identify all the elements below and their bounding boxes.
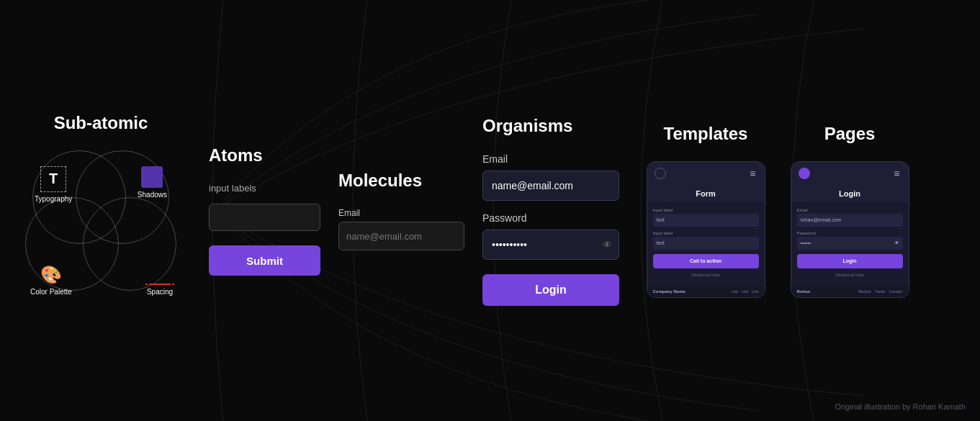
template-link-3[interactable]: Link (752, 289, 758, 294)
venn-item-shadows: Shadows (138, 166, 167, 199)
template-footer-links: Link Link Link (732, 289, 759, 294)
spacing-icon (145, 284, 174, 285)
org-password-wrapper: 👁 (482, 230, 619, 260)
pages-footer-name: Rohan (797, 289, 811, 294)
template-field2-value: text (657, 240, 665, 245)
template-company-name: Company Name (653, 289, 685, 294)
pages-password-value: •••••• (801, 240, 812, 245)
molecules-title: Molecules (338, 171, 422, 191)
template-card: ≡ Form Input label text Input label text… (647, 161, 765, 298)
pages-password-field: •••••• 👁 (797, 237, 903, 250)
pages-card-title: Login (791, 185, 909, 202)
pages-email-label: Email (797, 208, 903, 212)
pages-additional-links: Additional links (797, 273, 903, 277)
molecule-email-input[interactable] (338, 222, 464, 250)
pages-header: ≡ (791, 162, 909, 185)
pages-eye-icon: 👁 (894, 240, 899, 245)
pages-email-field: rohan@email.com (797, 214, 903, 227)
spacing-label: Spacing (147, 288, 173, 296)
org-email-input[interactable] (482, 171, 619, 201)
org-email-label: Email (482, 153, 619, 165)
pages-header-circle (799, 168, 810, 179)
org-login-button[interactable]: Login (482, 274, 619, 306)
template-link-2[interactable]: Link (742, 289, 748, 294)
pages-link-linkedin[interactable]: LinkedIn (889, 289, 903, 294)
template-additional-links: Additional links (653, 273, 759, 277)
template-footer: Company Name Link Link Link (647, 286, 765, 297)
venn-circle-br (83, 197, 176, 291)
section-atoms: Atoms input labels Submit (202, 131, 331, 290)
password-toggle-icon[interactable]: 👁 (602, 239, 612, 250)
atoms-title: Atoms (209, 145, 263, 166)
pages-title: Pages (824, 124, 876, 144)
template-field2-label: Input label (653, 231, 759, 235)
template-field1-input: text (653, 214, 759, 227)
pages-email-group: Email rohan@email.com (797, 208, 903, 227)
venn-diagram: T Typography Shadows 🎨 Color Palette (22, 150, 180, 309)
section-molecules: Molecules Email (331, 156, 475, 265)
atom-submit-button[interactable]: Submit (209, 245, 320, 276)
atom-text-input[interactable] (209, 204, 320, 231)
subatomic-title: Sub-atomic (54, 113, 148, 133)
typography-icon: T (40, 166, 66, 192)
pages-password-group: Password •••••• 👁 (797, 231, 903, 250)
pages-footer-links: Medium Twitter LinkedIn (858, 289, 902, 294)
org-password-label: Password (482, 212, 619, 224)
template-field2-group: Input label text (653, 231, 759, 250)
pages-email-value: rohan@email.com (801, 217, 842, 222)
pages-footer: Rohan Medium Twitter LinkedIn (791, 286, 909, 297)
organism-login-form: Email Password 👁 Login (482, 153, 619, 306)
pages-link-twitter[interactable]: Twitter (875, 289, 886, 294)
org-password-input[interactable] (482, 230, 619, 260)
atoms-input-label: input labels (209, 183, 256, 194)
template-menu-icon[interactable]: ≡ (750, 168, 757, 179)
section-organisms: Organisms Email Password 👁 Login (475, 101, 634, 320)
shadows-icon (141, 166, 163, 188)
pages-link-medium[interactable]: Medium (858, 289, 871, 294)
template-field1-label: Input label (653, 208, 759, 212)
template-field1-group: Input label text (653, 208, 759, 227)
template-header: ≡ (647, 162, 765, 185)
typography-label: Typography (35, 195, 72, 203)
venn-item-spacing: Spacing (145, 284, 174, 296)
templates-title: Templates (664, 124, 748, 144)
venn-item-typography: T Typography (35, 166, 72, 203)
palette-icon: 🎨 (40, 265, 62, 285)
palette-label: Color Palette (30, 288, 72, 296)
pages-cta-button[interactable]: Login (797, 254, 903, 268)
molecule-email-label: Email (338, 208, 464, 218)
pages-card-body: Email rohan@email.com Password •••••• 👁 … (791, 202, 909, 286)
pages-password-label: Password (797, 231, 903, 235)
template-field1-value: text (657, 217, 665, 222)
section-subatomic: Sub-atomic T Typography Shadows 🎨 Color … (0, 99, 202, 323)
organisms-title: Organisms (482, 116, 572, 136)
section-pages: Pages ≡ Login Email rohan@email.com Pass… (778, 109, 922, 312)
molecule-email-group: Email (338, 208, 464, 250)
section-templates: Templates ≡ Form Input label text Input … (634, 109, 778, 312)
template-cta-button[interactable]: Call to action (653, 254, 759, 268)
template-field2-input: text (653, 237, 759, 250)
venn-item-palette: 🎨 Color Palette (30, 265, 72, 296)
template-link-1[interactable]: Link (732, 289, 738, 294)
template-card-body: Input label text Input label text Call t… (647, 202, 765, 286)
template-card-title: Form (647, 185, 765, 202)
footer-credit: Original illustration by Rohan Kamath (835, 402, 966, 411)
pages-card: ≡ Login Email rohan@email.com Password •… (791, 161, 909, 298)
template-header-circle (655, 168, 666, 179)
shadows-label: Shadows (138, 191, 167, 199)
pages-menu-icon[interactable]: ≡ (894, 168, 901, 179)
